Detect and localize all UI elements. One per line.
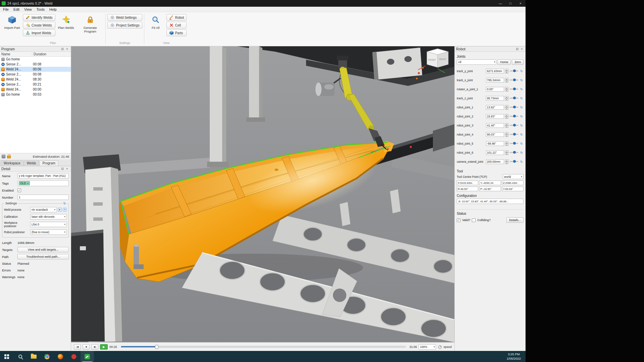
spin-down-icon[interactable]: ▾ bbox=[505, 71, 508, 73]
enabled-checkbox[interactable]: ✓ bbox=[17, 189, 21, 192]
spin-down-icon[interactable]: ▾ bbox=[505, 153, 508, 155]
colliding-checkbox[interactable] bbox=[472, 218, 476, 222]
menu-item[interactable]: View bbox=[22, 7, 34, 11]
weld-process-list-icon[interactable]: ≡ bbox=[63, 208, 67, 212]
joint-value-field[interactable]: 41.40° bbox=[486, 123, 504, 128]
spin-up-icon[interactable]: ▴ bbox=[505, 69, 508, 71]
program-row[interactable]: Go home bbox=[0, 57, 71, 62]
parts-view-button[interactable]: Parts bbox=[166, 30, 187, 36]
joint-value-field[interactable]: 6271.63mm bbox=[486, 69, 504, 73]
spin-up-icon[interactable]: ▴ bbox=[505, 87, 508, 89]
cell-view-button[interactable]: Cell bbox=[166, 22, 187, 29]
menu-item[interactable]: Tools bbox=[34, 7, 47, 11]
step-forward-button[interactable]: ▶| bbox=[91, 344, 98, 350]
joint-slider[interactable] bbox=[509, 80, 518, 81]
joint-value-field[interactable]: 95.73mm bbox=[486, 96, 504, 101]
tcp-orientation-field[interactable]: R:46.50° bbox=[457, 187, 478, 191]
calibration-dropdown[interactable]: laser stik nbrovets ▾ bbox=[30, 214, 67, 219]
name-field[interactable]: y ink roger template: Part - Part (#11) bbox=[17, 173, 69, 178]
timeline-slider[interactable] bbox=[121, 346, 406, 348]
tcp-coordinate-field[interactable]: X:5102.83m bbox=[457, 180, 478, 185]
joint-reset-button[interactable]: ↻ bbox=[519, 69, 524, 73]
joint-reset-button[interactable]: ↻ bbox=[519, 133, 524, 136]
spin-up-icon[interactable]: ▴ bbox=[505, 159, 508, 162]
spin-down-icon[interactable]: ▾ bbox=[505, 144, 508, 146]
refresh-icon[interactable]: ↻ bbox=[63, 202, 67, 205]
menu-item[interactable]: File bbox=[1, 7, 11, 11]
joint-slider[interactable] bbox=[509, 125, 518, 126]
weld-process-dropdown[interactable]: rör scandack ▾ bbox=[30, 207, 57, 212]
weld-settings-button[interactable]: Weld Settings bbox=[107, 14, 142, 21]
home-button[interactable]: Home bbox=[497, 59, 511, 65]
joint-slider[interactable] bbox=[509, 116, 518, 117]
joint-spinner[interactable]: ▴ ▾ bbox=[505, 132, 508, 137]
maximize-button[interactable]: □ bbox=[505, 0, 515, 7]
viewport-3d-scene[interactable]: FRONT RIGHT bbox=[71, 46, 454, 342]
program-row[interactable]: Weld 24... 00:06 bbox=[0, 67, 71, 72]
joint-slider[interactable] bbox=[509, 98, 518, 99]
robot-view-button[interactable]: Robot bbox=[166, 14, 187, 21]
joint-reset-button[interactable]: ↻ bbox=[519, 79, 524, 82]
joint-reset-button[interactable]: ↻ bbox=[519, 142, 524, 145]
spin-up-icon[interactable]: ▴ bbox=[505, 114, 508, 116]
fit-all-button[interactable]: Fit All bbox=[146, 13, 165, 41]
joint-spinner[interactable]: ▴ ▾ bbox=[505, 105, 508, 110]
view-cube-front-label[interactable]: FRONT bbox=[428, 59, 436, 61]
spin-down-icon[interactable]: ▾ bbox=[505, 135, 508, 137]
joint-slider[interactable] bbox=[509, 152, 518, 153]
step-back-button[interactable]: |◀ bbox=[74, 344, 81, 350]
close-panel-icon[interactable]: × bbox=[65, 167, 69, 170]
joint-slider[interactable] bbox=[509, 70, 518, 71]
float-panel-icon[interactable]: ⊡ bbox=[60, 167, 65, 170]
generate-program-button[interactable]: Generate Program bbox=[77, 13, 104, 41]
joint-reset-button[interactable]: ↻ bbox=[519, 88, 524, 91]
robot-mini-icon[interactable] bbox=[2, 155, 5, 158]
spin-down-icon[interactable]: ▾ bbox=[505, 107, 508, 110]
taskbar-search[interactable] bbox=[13, 351, 27, 362]
program-row[interactable]: Weld 24... 08:30 bbox=[0, 77, 71, 82]
configuration-field[interactable]: Jt: 13.92°, 15.83°, 41.40°, 90.03°, -66.… bbox=[457, 199, 524, 204]
start-button[interactable] bbox=[0, 351, 13, 362]
joint-value-field[interactable]: 765.34mm bbox=[486, 78, 504, 83]
joint-reset-button[interactable]: ↻ bbox=[519, 115, 524, 118]
joint-reset-button[interactable]: ↻ bbox=[519, 106, 524, 109]
speed-control[interactable]: speed bbox=[438, 345, 452, 349]
column-name[interactable]: Name bbox=[0, 52, 32, 56]
joint-spinner[interactable]: ▴ ▾ bbox=[505, 159, 508, 164]
program-row[interactable]: Sense 2... 00:08 bbox=[0, 72, 71, 77]
dock-tab[interactable]: Workspace bbox=[1, 160, 23, 166]
tags-field[interactable]: OLD × bbox=[17, 180, 69, 186]
spin-up-icon[interactable]: ▴ bbox=[505, 96, 508, 98]
tag-remove-icon[interactable]: × bbox=[27, 182, 29, 185]
spin-down-icon[interactable]: ▾ bbox=[505, 125, 508, 128]
spin-up-icon[interactable]: ▴ bbox=[505, 132, 508, 135]
zero-button[interactable]: Zero bbox=[512, 59, 524, 65]
spin-up-icon[interactable]: ▴ bbox=[505, 141, 508, 144]
program-row[interactable]: Go home 00:03 bbox=[0, 92, 71, 97]
tcp-orientation-field[interactable]: P:-16.50° bbox=[479, 187, 501, 191]
joint-spinner[interactable]: ▴ ▾ bbox=[505, 69, 508, 73]
spin-up-icon[interactable]: ▴ bbox=[505, 123, 508, 125]
stop-button[interactable]: ■ bbox=[83, 344, 90, 350]
lock-mini-icon[interactable] bbox=[7, 156, 11, 158]
dock-tab[interactable]: Program bbox=[39, 160, 58, 166]
plan-welds-button[interactable]: Plan Welds bbox=[56, 13, 76, 41]
joint-value-field[interactable]: 90.03° bbox=[486, 132, 504, 137]
joint-spinner[interactable]: ▴ ▾ bbox=[505, 141, 508, 146]
menu-item[interactable]: Edit bbox=[11, 7, 22, 11]
spin-down-icon[interactable]: ▾ bbox=[505, 98, 508, 101]
tag-chip[interactable]: OLD × bbox=[19, 181, 30, 185]
joint-slider[interactable] bbox=[509, 143, 518, 144]
joint-slider[interactable] bbox=[509, 89, 518, 90]
joint-reset-button[interactable]: ↻ bbox=[519, 97, 524, 100]
joint-spinner[interactable]: ▴ ▾ bbox=[505, 150, 508, 155]
valid-checkbox[interactable]: ✓ bbox=[457, 218, 460, 222]
tcp-orientation-field[interactable]: Y:69.63° bbox=[502, 187, 524, 191]
joint-value-field[interactable]: -68.86° bbox=[486, 141, 504, 146]
tcp-coordinate-field[interactable]: Z:2060.43m bbox=[502, 180, 524, 185]
close-panel-icon[interactable]: × bbox=[519, 47, 524, 51]
tcp-frame-dropdown[interactable]: world ▾ bbox=[503, 174, 524, 179]
joint-spinner[interactable]: ▴ ▾ bbox=[505, 114, 508, 119]
joint-slider[interactable] bbox=[509, 161, 518, 162]
robot-positioner-dropdown[interactable]: (free to move) ▾ bbox=[30, 229, 67, 235]
